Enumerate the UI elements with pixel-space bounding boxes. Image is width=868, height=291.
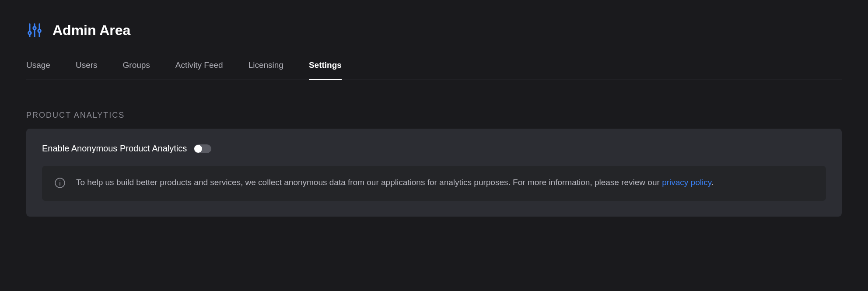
settings-card: Enable Anonymous Product Analytics To he… <box>26 129 842 217</box>
tab-usage[interactable]: Usage <box>26 60 50 80</box>
setting-row-analytics: Enable Anonymous Product Analytics <box>42 144 826 154</box>
info-box: To help us build better products and ser… <box>42 166 826 201</box>
privacy-policy-link[interactable]: privacy policy <box>662 178 711 187</box>
tab-settings[interactable]: Settings <box>309 60 342 80</box>
tab-licensing[interactable]: Licensing <box>248 60 284 80</box>
page-header: Admin Area <box>26 22 842 39</box>
info-text-post: . <box>711 178 714 187</box>
tab-users[interactable]: Users <box>76 60 98 80</box>
tab-bar: Usage Users Groups Activity Feed Licensi… <box>26 60 842 80</box>
svg-point-11 <box>60 180 60 181</box>
setting-label: Enable Anonymous Product Analytics <box>42 144 187 154</box>
tab-groups[interactable]: Groups <box>123 60 150 80</box>
analytics-toggle[interactable] <box>194 144 211 153</box>
page-title: Admin Area <box>52 22 130 39</box>
toggle-knob <box>194 145 202 153</box>
section-title: Product Analytics <box>26 111 842 120</box>
info-text-pre: To help us build better products and ser… <box>76 178 662 187</box>
info-icon <box>54 177 66 190</box>
info-text: To help us build better products and ser… <box>76 176 714 189</box>
admin-sliders-icon <box>26 22 43 39</box>
tab-activity-feed[interactable]: Activity Feed <box>175 60 223 80</box>
